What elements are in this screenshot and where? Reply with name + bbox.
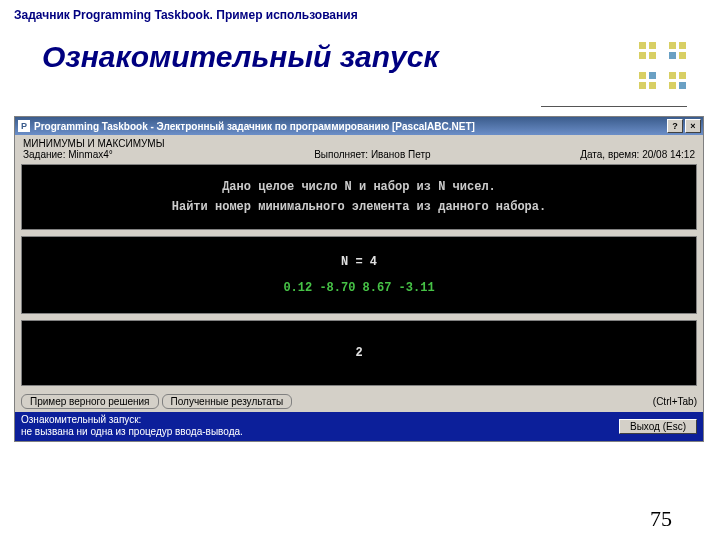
titlebar: P Programming Taskbook - Электронный зад…: [15, 117, 703, 135]
bottom-bar: Пример верного решения Полученные резуль…: [15, 392, 703, 412]
window-title: Programming Taskbook - Электронный задач…: [34, 121, 665, 132]
status-line-1: Ознакомительный запуск:: [21, 414, 243, 426]
page-number: 75: [650, 506, 672, 532]
task-label: Задание: Minmax4°: [23, 149, 165, 160]
status-line-2: не вызвана ни одна из процедур ввода-выв…: [21, 426, 243, 438]
slide-title: Ознакомительный запуск: [0, 22, 720, 82]
slide-breadcrumb: Задачник Programming Taskbook. Пример ис…: [0, 0, 720, 22]
values-line: 0.12 -8.70 8.67 -3.11: [28, 275, 690, 301]
decor-dots: [639, 42, 686, 89]
status-strip: Ознакомительный запуск: не вызвана ни од…: [15, 412, 703, 441]
help-button[interactable]: ?: [667, 119, 683, 133]
task-line-2: Найти номер минимального элемента из дан…: [28, 197, 690, 217]
datetime-label: Дата, время: 20/08 14:12: [580, 149, 695, 160]
exit-button[interactable]: Выход (Esc): [619, 419, 697, 434]
result-panel: 2: [21, 320, 697, 386]
info-bar: МИНИМУМЫ И МАКСИМУМЫ Задание: Minmax4° В…: [15, 135, 703, 164]
tab-results[interactable]: Полученные результаты: [162, 394, 293, 409]
close-button[interactable]: ×: [685, 119, 701, 133]
performer-label: Выполняет: Иванов Петр: [314, 149, 430, 160]
app-icon: P: [18, 120, 30, 132]
n-line: N = 4: [28, 249, 690, 275]
tab-correct-example[interactable]: Пример верного решения: [21, 394, 159, 409]
result-value: 2: [355, 346, 362, 360]
task-line-1: Дано целое число N и набор из N чисел.: [28, 177, 690, 197]
taskbook-window: P Programming Taskbook - Электронный зад…: [14, 116, 704, 442]
shortcut-hint: (Ctrl+Tab): [653, 396, 697, 407]
topic-label: МИНИМУМЫ И МАКСИМУМЫ: [23, 138, 165, 149]
task-panel: Дано целое число N и набор из N чисел. Н…: [21, 164, 697, 230]
data-panel: N = 4 0.12 -8.70 8.67 -3.11: [21, 236, 697, 314]
title-rule: [541, 106, 687, 107]
